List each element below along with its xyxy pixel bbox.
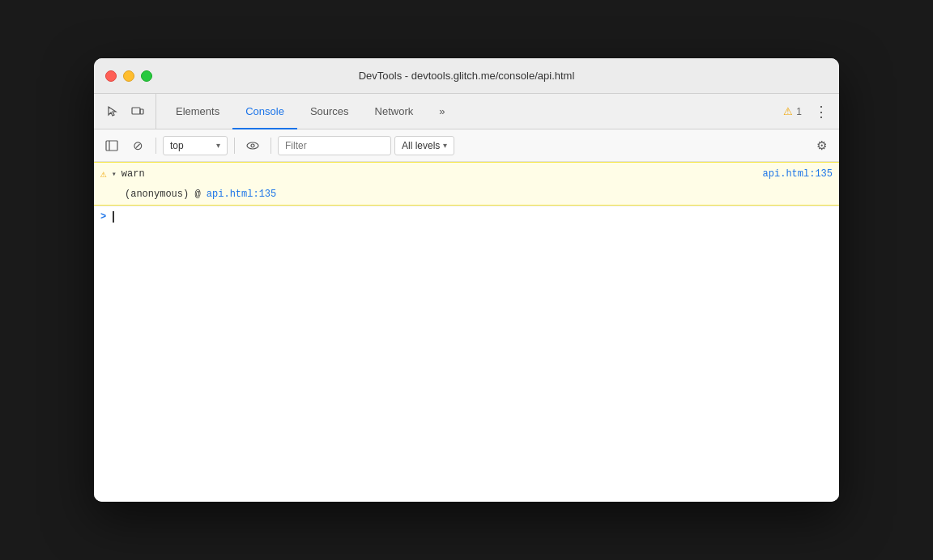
traffic-lights — [105, 70, 152, 82]
toolbar-divider-3 — [271, 138, 271, 154]
cursor-icon — [105, 105, 118, 118]
chevron-down-icon: ▾ — [216, 141, 220, 150]
warn-detail: (anonymous) @ api.html:135 — [94, 185, 839, 205]
svg-rect-0 — [132, 108, 140, 114]
warn-triangle-icon: ⚠ — [100, 168, 107, 180]
context-value: top — [170, 140, 184, 151]
chevron-down-icon-levels: ▾ — [443, 141, 447, 150]
console-content: ⚠ ▾ warn api.html:135 (anonymous) @ api.… — [94, 162, 839, 502]
log-levels-dropdown[interactable]: All levels ▾ — [394, 136, 454, 155]
tab-bar: Elements Console Sources Network » ⚠ 1 ⋮ — [94, 94, 839, 129]
more-options-button[interactable]: ⋮ — [810, 100, 833, 123]
device-icon-button[interactable] — [126, 100, 149, 123]
svg-rect-1 — [140, 109, 143, 114]
tab-elements[interactable]: Elements — [163, 95, 232, 129]
toolbar-divider-1 — [156, 138, 156, 154]
context-dropdown[interactable]: top ▾ — [163, 136, 228, 155]
svg-point-5 — [251, 144, 254, 147]
console-input-row[interactable]: > — [94, 206, 839, 227]
warn-label: warn — [121, 168, 758, 180]
warn-link[interactable]: api.html:135 — [207, 189, 276, 200]
tab-bar-right: ⚠ 1 ⋮ — [772, 94, 833, 129]
main-tabs: Elements Console Sources Network » — [163, 94, 772, 129]
sidebar-toggle-button[interactable] — [100, 134, 123, 157]
warn-entry: ⚠ ▾ warn api.html:135 (anonymous) @ api.… — [94, 162, 839, 206]
tab-more[interactable]: » — [426, 95, 458, 129]
tab-bar-icons — [100, 94, 156, 129]
inspect-icon-button[interactable] — [100, 100, 123, 123]
filter-input[interactable] — [278, 136, 391, 155]
warn-location[interactable]: api.html:135 — [763, 168, 833, 180]
minimize-button[interactable] — [123, 70, 134, 82]
device-icon — [131, 105, 144, 118]
eye-icon — [246, 139, 259, 152]
console-toolbar: ⊘ top ▾ All levels ▾ ⚙ — [94, 129, 839, 162]
clear-console-button[interactable]: ⊘ — [126, 134, 149, 157]
warning-icon: ⚠ — [783, 105, 793, 117]
close-button[interactable] — [105, 70, 117, 82]
tab-sources[interactable]: Sources — [297, 95, 362, 129]
svg-rect-2 — [106, 141, 117, 151]
title-bar: DevTools - devtools.glitch.me/console/ap… — [94, 58, 839, 94]
eye-icon-button[interactable] — [241, 134, 264, 157]
tab-network[interactable]: Network — [362, 95, 427, 129]
toolbar-divider-2 — [234, 138, 235, 154]
sidebar-icon — [105, 139, 118, 152]
tab-console[interactable]: Console — [232, 95, 297, 129]
svg-point-4 — [247, 142, 258, 149]
console-prompt: > — [100, 211, 106, 223]
window-title: DevTools - devtools.glitch.me/console/ap… — [359, 70, 575, 82]
maximize-button[interactable] — [141, 70, 152, 82]
warning-badge[interactable]: ⚠ 1 — [778, 103, 807, 120]
settings-button[interactable]: ⚙ — [810, 134, 833, 157]
console-cursor — [113, 211, 114, 223]
warning-count: 1 — [796, 106, 802, 117]
anonymous-text: (anonymous) @ — [125, 189, 207, 200]
devtools-window: DevTools - devtools.glitch.me/console/ap… — [94, 58, 839, 502]
warn-toggle[interactable]: ▾ — [112, 169, 117, 179]
levels-label: All levels — [402, 140, 440, 151]
warn-row-main: ⚠ ▾ warn api.html:135 — [94, 163, 839, 185]
